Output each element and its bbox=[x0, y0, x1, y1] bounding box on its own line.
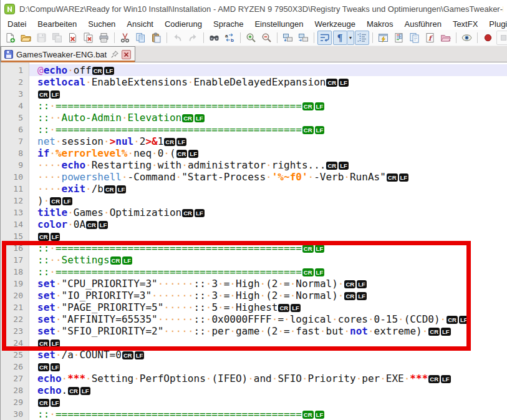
user-defined-language-button[interactable] bbox=[376, 31, 390, 45]
crlf-marker-lf: LF bbox=[188, 150, 198, 158]
save-all-button[interactable] bbox=[50, 31, 64, 45]
file-monitoring-eye-button[interactable] bbox=[460, 31, 474, 45]
code-line-30: ::·=====================================… bbox=[29, 408, 507, 420]
code-line-2: setlocal·EnableExtensions·EnableDelayedE… bbox=[29, 76, 507, 88]
code-line-27: echo·***·Setting·PerfOptions·(IFEO)·and·… bbox=[29, 373, 507, 384]
macro-record-button[interactable] bbox=[481, 31, 495, 45]
open-file-button[interactable] bbox=[19, 31, 33, 45]
document-map-button[interactable] bbox=[392, 31, 406, 45]
code-line-23: set·"SFIO_PRIORITY=2"·····::·per·game·(2… bbox=[29, 325, 507, 337]
copy-button[interactable] bbox=[133, 31, 148, 45]
crlf-marker-lf: LF bbox=[51, 363, 60, 371]
code-line-5: ::··Auto-Admin·ElevationCRLF bbox=[29, 112, 507, 124]
redo-button[interactable] bbox=[186, 31, 200, 45]
code-line-13: title·Games·OptimizationCRLF bbox=[29, 207, 507, 218]
menu-item-ansicht[interactable]: Ansicht bbox=[121, 18, 159, 30]
crlf-marker-lf: LF bbox=[195, 209, 205, 217]
crlf-marker-cr: CR bbox=[50, 197, 61, 205]
close-file-button[interactable] bbox=[65, 31, 80, 45]
function-list-icon: f bbox=[425, 32, 435, 43]
tab-gamestweaker[interactable]: GamesTweaker-ENG.bat bbox=[1, 46, 135, 62]
pin-tab-icon[interactable] bbox=[110, 50, 119, 59]
menu-item-einstellungen[interactable]: Einstellungen bbox=[249, 18, 309, 30]
replace-icon: ab bbox=[225, 32, 235, 43]
crlf-marker-lf: LF bbox=[339, 79, 349, 87]
code-line-6: ::·=====================================… bbox=[29, 124, 507, 135]
zoom-in-button[interactable] bbox=[244, 31, 258, 45]
code-line-17: ::··SettingsCRLF bbox=[29, 254, 507, 266]
cut-button[interactable] bbox=[118, 31, 132, 45]
code-line-24: CRLF bbox=[29, 337, 507, 349]
paste-icon bbox=[151, 32, 162, 43]
line-number: 18 bbox=[1, 266, 29, 278]
new-file-button[interactable] bbox=[3, 31, 17, 45]
print-button[interactable] bbox=[97, 31, 111, 45]
crlf-marker-cr: CR bbox=[122, 351, 133, 359]
undo-button[interactable] bbox=[170, 31, 185, 45]
line-number: 28 bbox=[1, 384, 29, 396]
sync-scroll-horizontal-button[interactable] bbox=[296, 31, 311, 45]
save-file-button[interactable] bbox=[34, 31, 49, 45]
line-number: 1 bbox=[1, 64, 29, 76]
paste-button[interactable] bbox=[149, 31, 163, 45]
crlf-marker-lf: LF bbox=[315, 126, 325, 134]
crlf-marker-lf: LF bbox=[357, 292, 367, 300]
word-wrap-button[interactable] bbox=[317, 31, 332, 45]
code-line-8: if·%errorlevel%·neq·0·(CRLF bbox=[29, 147, 507, 159]
folder-as-workspace-button[interactable] bbox=[438, 31, 453, 45]
document-switcher-button[interactable] bbox=[407, 31, 422, 45]
save-all-icon bbox=[52, 32, 62, 43]
crlf-marker-lf: LF bbox=[80, 387, 90, 395]
crlf-marker-lf: LF bbox=[441, 375, 451, 383]
function-list-button[interactable]: f bbox=[423, 31, 437, 45]
line-number: 2 bbox=[1, 76, 29, 88]
toolbar: ab¶▾f bbox=[1, 30, 507, 46]
crlf-marker-cr: CR bbox=[86, 221, 97, 229]
new-file-icon bbox=[5, 32, 16, 43]
line-number: 6 bbox=[1, 124, 29, 135]
line-number: 9 bbox=[1, 159, 29, 171]
crlf-marker-cr: CR bbox=[302, 126, 314, 134]
window-title: D:\CompuWAREz\Ready for Win10 Install\In… bbox=[19, 4, 503, 14]
menu-item-werkzeuge[interactable]: Werkzeuge bbox=[309, 18, 361, 30]
menu-bar: DateiBearbeitenSuchenAnsichtCodierungSpr… bbox=[1, 17, 507, 30]
show-all-characters-icon: ¶ bbox=[335, 32, 345, 43]
code-line-28: echo.CRLF bbox=[29, 384, 507, 396]
menu-item-bearbeiten[interactable]: Bearbeiten bbox=[32, 18, 82, 30]
menu-item-codierung[interactable]: Codierung bbox=[159, 18, 208, 30]
line-number: 5 bbox=[1, 112, 29, 124]
close-all-button[interactable] bbox=[81, 31, 95, 45]
crlf-marker-lf: LF bbox=[441, 328, 451, 336]
toolbar-separator bbox=[277, 32, 278, 43]
crlf-marker-cr: CR bbox=[92, 67, 104, 75]
show-all-characters-dropdown-arrow[interactable]: ▾ bbox=[347, 31, 354, 45]
macro-stop-button[interactable] bbox=[496, 31, 507, 45]
line-number: 17 bbox=[1, 254, 29, 266]
code-line-18: ::·=====================================… bbox=[29, 266, 507, 278]
crlf-marker-cr: CR bbox=[38, 339, 49, 348]
title-bar: D:\CompuWAREz\Ready for Win10 Install\In… bbox=[1, 0, 507, 17]
macro-stop-icon bbox=[498, 32, 507, 43]
menu-item-datei[interactable]: Datei bbox=[2, 18, 32, 30]
line-number: 8 bbox=[1, 147, 29, 159]
line-number: 14 bbox=[1, 218, 29, 230]
sync-scroll-vertical-button[interactable] bbox=[281, 31, 295, 45]
close-tab-icon[interactable] bbox=[122, 50, 131, 59]
code-editor[interactable]: 1234567891011121314151617181920212223242… bbox=[1, 62, 507, 420]
crlf-marker-lf: LF bbox=[315, 268, 325, 276]
menu-item-suchen[interactable]: Suchen bbox=[82, 18, 121, 30]
find-button[interactable] bbox=[207, 31, 221, 45]
menu-item-plugins[interactable]: Plugins bbox=[483, 18, 507, 30]
menu-item-sprache[interactable]: Sprache bbox=[208, 18, 249, 30]
menu-item-makros[interactable]: Makros bbox=[361, 18, 399, 30]
menu-item-ausfuehren[interactable]: Ausführen bbox=[399, 18, 447, 30]
user-defined-language-icon bbox=[378, 32, 389, 43]
code-line-21: set·"PAGE_PRIORITY=5"·····::·5·=·Highest… bbox=[29, 301, 507, 313]
crlf-marker-cr: CR bbox=[164, 138, 175, 146]
zoom-out-button[interactable] bbox=[259, 31, 274, 45]
show-all-characters-button[interactable]: ¶ bbox=[333, 31, 347, 45]
replace-button[interactable]: ab bbox=[223, 31, 237, 45]
menu-item-textfx[interactable]: TextFX bbox=[447, 18, 483, 30]
indent-guide-button[interactable] bbox=[355, 31, 369, 45]
code-line-4: ::·=====================================… bbox=[29, 100, 507, 112]
